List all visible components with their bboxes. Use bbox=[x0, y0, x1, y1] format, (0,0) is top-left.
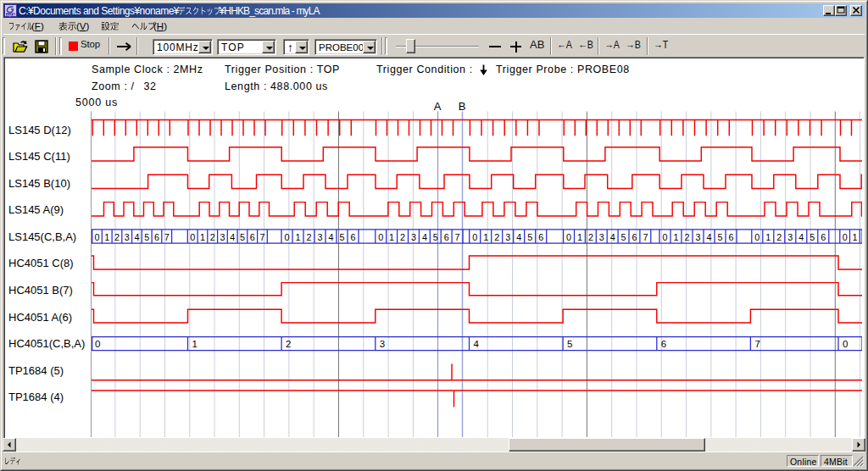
svg-text:0: 0 bbox=[843, 339, 848, 349]
svg-text:4: 4 bbox=[516, 232, 521, 242]
svg-text:5: 5 bbox=[567, 339, 572, 349]
svg-text:4: 4 bbox=[706, 232, 711, 242]
svg-text:HC4051 B(7): HC4051 B(7) bbox=[8, 284, 73, 296]
svg-text:HC4051 C(8): HC4051 C(8) bbox=[8, 257, 74, 269]
svg-text:2: 2 bbox=[776, 232, 782, 242]
svg-text:5: 5 bbox=[144, 232, 149, 242]
svg-text:Trigger Probe : PROBE08: Trigger Probe : PROBE08 bbox=[496, 64, 630, 75]
svg-text:4: 4 bbox=[328, 232, 333, 242]
svg-text:0: 0 bbox=[566, 232, 571, 242]
svg-text:HC4051(C,B,A): HC4051(C,B,A) bbox=[8, 337, 85, 350]
svg-text:0: 0 bbox=[95, 339, 100, 349]
svg-text:1: 1 bbox=[389, 232, 394, 242]
svg-text:3: 3 bbox=[380, 339, 385, 349]
svg-text:6: 6 bbox=[728, 232, 733, 242]
svg-text:0: 0 bbox=[472, 232, 477, 242]
svg-text:LS145(C,B,A): LS145(C,B,A) bbox=[8, 230, 76, 243]
svg-text:6: 6 bbox=[350, 232, 355, 242]
svg-text:7: 7 bbox=[754, 339, 760, 349]
svg-text:6: 6 bbox=[661, 339, 666, 349]
svg-text:5: 5 bbox=[717, 232, 722, 242]
svg-text:5: 5 bbox=[433, 232, 438, 242]
svg-text:1: 1 bbox=[673, 232, 678, 242]
svg-text:6: 6 bbox=[154, 232, 159, 242]
svg-text:0: 0 bbox=[662, 232, 667, 242]
svg-text:0: 0 bbox=[378, 232, 383, 242]
svg-text:2: 2 bbox=[210, 232, 215, 242]
svg-text:2: 2 bbox=[286, 339, 291, 349]
svg-text:1: 1 bbox=[295, 232, 300, 242]
svg-text:4: 4 bbox=[610, 232, 615, 242]
svg-text:Length : 488.000 us: Length : 488.000 us bbox=[225, 80, 328, 92]
svg-text:2: 2 bbox=[306, 232, 311, 242]
svg-text:2: 2 bbox=[684, 232, 689, 242]
svg-text:4: 4 bbox=[474, 339, 480, 349]
svg-text:0: 0 bbox=[754, 232, 760, 242]
svg-text:HC4051 A(6): HC4051 A(6) bbox=[8, 311, 72, 324]
svg-text:Trigger Position : TOP: Trigger Position : TOP bbox=[225, 64, 340, 75]
svg-text:TP1684 (4): TP1684 (4) bbox=[8, 391, 64, 403]
svg-text:7: 7 bbox=[454, 232, 459, 242]
svg-text:0: 0 bbox=[843, 232, 848, 242]
svg-text:myLA: myLA bbox=[6, 13, 15, 17]
svg-text:6: 6 bbox=[444, 232, 449, 242]
svg-text:5000 us: 5000 us bbox=[75, 97, 118, 108]
svg-text:1: 1 bbox=[577, 232, 582, 242]
svg-text:2: 2 bbox=[588, 232, 593, 242]
svg-text:3: 3 bbox=[505, 232, 510, 242]
svg-text:Sample Clock : 2MHz: Sample Clock : 2MHz bbox=[92, 64, 203, 75]
svg-text:A: A bbox=[434, 100, 442, 113]
svg-text:2: 2 bbox=[400, 232, 405, 242]
svg-text:1: 1 bbox=[104, 232, 109, 242]
svg-text:0: 0 bbox=[94, 232, 99, 242]
svg-text:3: 3 bbox=[599, 232, 604, 242]
svg-text:3: 3 bbox=[125, 232, 130, 242]
svg-text:5: 5 bbox=[527, 232, 532, 242]
svg-text:0: 0 bbox=[284, 232, 289, 242]
svg-text:5: 5 bbox=[339, 232, 344, 242]
svg-text:4: 4 bbox=[230, 232, 235, 242]
svg-text:7: 7 bbox=[164, 232, 170, 242]
svg-text:6: 6 bbox=[821, 232, 826, 242]
svg-text:1: 1 bbox=[192, 339, 198, 349]
svg-text:6: 6 bbox=[538, 232, 543, 242]
svg-text:3: 3 bbox=[220, 232, 225, 242]
svg-text:Zoom : / 32: Zoom : / 32 bbox=[92, 80, 157, 92]
svg-text:Trigger Condition :: Trigger Condition : bbox=[376, 64, 473, 75]
svg-text:LS145 C(11): LS145 C(11) bbox=[8, 150, 70, 163]
svg-text:1: 1 bbox=[483, 232, 488, 242]
svg-text:LS145 A(9): LS145 A(9) bbox=[8, 203, 64, 216]
svg-text:5: 5 bbox=[620, 232, 626, 242]
svg-text:0: 0 bbox=[190, 232, 195, 242]
svg-text:1: 1 bbox=[852, 232, 857, 242]
svg-text:B: B bbox=[459, 100, 466, 113]
svg-text:7: 7 bbox=[259, 232, 264, 242]
svg-text:2: 2 bbox=[494, 232, 499, 242]
svg-text:6: 6 bbox=[250, 232, 255, 242]
svg-text:LS145 B(10): LS145 B(10) bbox=[8, 177, 70, 190]
svg-text:1: 1 bbox=[765, 232, 771, 242]
svg-text:4: 4 bbox=[134, 232, 139, 242]
svg-text:3: 3 bbox=[787, 232, 793, 242]
svg-text:LS145 D(12): LS145 D(12) bbox=[8, 124, 71, 136]
svg-text:1: 1 bbox=[200, 232, 205, 242]
svg-text:2: 2 bbox=[114, 232, 120, 242]
svg-text:5: 5 bbox=[240, 232, 245, 242]
svg-text:3: 3 bbox=[317, 232, 322, 242]
svg-text:7: 7 bbox=[643, 232, 648, 242]
svg-text:3: 3 bbox=[695, 232, 700, 242]
svg-text:4: 4 bbox=[422, 232, 427, 242]
svg-text:TP1684 (5): TP1684 (5) bbox=[8, 364, 64, 377]
svg-text:6: 6 bbox=[632, 232, 637, 242]
svg-text:4: 4 bbox=[798, 232, 804, 242]
svg-text:3: 3 bbox=[411, 232, 416, 242]
svg-text:5: 5 bbox=[810, 232, 815, 242]
